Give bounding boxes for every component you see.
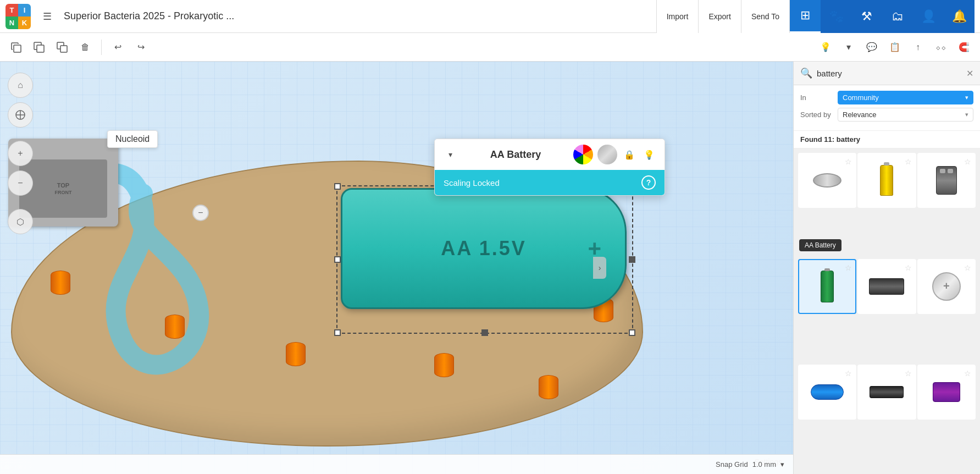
duplicate-button[interactable] <box>52 37 73 58</box>
star-icon-3[interactable]: ☆ <box>964 157 971 166</box>
right-nav: Import Export Send To ⊞ 🐾 ⚒ 🗂 👤 🔔 <box>656 0 975 33</box>
community-dropdown[interactable]: Community ▾ <box>838 91 973 104</box>
star-icon-1[interactable]: ☆ <box>845 157 852 166</box>
battery-main-object[interactable]: AA 1.5V + <box>341 188 627 309</box>
orange-cyl-5 <box>539 375 558 399</box>
grid-item-9[interactable]: ☆ <box>917 365 976 420</box>
community-dropdown-arrow: ▾ <box>965 94 968 101</box>
align-button[interactable]: 🧲 <box>954 37 975 58</box>
battery-9v-shape <box>929 163 964 198</box>
tinkercad-logo[interactable]: T I N K <box>5 4 31 29</box>
battery-black-long-icon <box>870 386 904 398</box>
lock-icon[interactable]: 🔒 <box>622 147 637 162</box>
battery-blue-rect-shape <box>810 374 845 410</box>
secondary-toolbar: 🗑 ↩ ↪ 💡 ▾ 💬 📋 ↑ ⬦⬦ 🧲 <box>0 33 980 62</box>
gallery-button[interactable]: 🐾 <box>821 0 851 33</box>
material-picker-button[interactable] <box>597 145 617 164</box>
grid-item-7[interactable]: ☆ <box>798 365 856 420</box>
zoom-out-button[interactable]: − <box>8 170 33 196</box>
grid-item-3[interactable]: ☆ <box>917 153 976 208</box>
search-input[interactable] <box>817 69 966 78</box>
home-view-button[interactable]: ⌂ <box>8 73 33 98</box>
copy-button[interactable] <box>5 37 26 58</box>
color-picker-button[interactable] <box>573 145 593 164</box>
scaling-help-button[interactable]: ? <box>641 175 656 190</box>
export-button[interactable]: Export <box>699 0 741 33</box>
redo-button[interactable]: ↪ <box>130 37 151 58</box>
items-grid: ☆ ☆ ☆ <box>794 148 980 474</box>
zoom-in-button[interactable]: + <box>8 141 33 166</box>
send-to-button[interactable]: Send To <box>741 0 790 33</box>
sorted-by-label: Sorted by <box>800 111 833 119</box>
tinker-button[interactable]: ⚒ <box>851 0 882 33</box>
star-icon-8[interactable]: ☆ <box>905 369 912 378</box>
battery-9v-icon <box>936 166 957 195</box>
battery-flat-black-icon <box>869 278 904 295</box>
comment-button[interactable]: 💬 <box>861 37 882 58</box>
popup-icons: 🔒 💡 <box>573 145 657 164</box>
grid-item-6[interactable]: ☆ + <box>917 259 976 314</box>
grid-item-5[interactable]: ☆ <box>857 259 916 314</box>
snap-grid-value: 1.0 mm <box>752 460 776 469</box>
main-area: TOPFRONT ⌂ + − ⬡ Nucleoid <box>0 62 980 474</box>
paste-button[interactable] <box>29 37 49 58</box>
battery-aa-icon <box>880 165 893 196</box>
share-button[interactable]: ↑ <box>907 37 928 58</box>
visibility-icon[interactable]: 💡 <box>641 147 657 162</box>
fit-view-button[interactable] <box>8 102 33 128</box>
light-dropdown[interactable]: ▾ <box>838 37 859 58</box>
topbar: T I N K ☰ Superior Bacteria 2025 - Proka… <box>0 0 980 33</box>
battery-purple-shape <box>929 374 964 410</box>
sel-handle-mr <box>629 256 635 263</box>
action-buttons: Import Export Send To <box>656 0 790 33</box>
view-cube-button[interactable]: ⬡ <box>8 209 33 234</box>
star-icon-2[interactable]: ☆ <box>905 157 912 166</box>
battery-popup-header: ▾ AA Battery 🔒 💡 <box>435 139 665 170</box>
filters-section: In Community ▾ Sorted by Relevance ▾ <box>794 85 980 131</box>
logo-n: N <box>5 16 18 29</box>
snap-grid-chevron[interactable]: ▾ <box>780 460 784 469</box>
battery-plus-gray-icon: + <box>932 272 961 301</box>
search-bar: 🔍 ✕ <box>794 62 980 85</box>
mirror-button[interactable]: ⬦⬦ <box>931 37 951 58</box>
canvas-area[interactable]: TOPFRONT ⌂ + − ⬡ Nucleoid <box>0 62 793 474</box>
results-header: Found 11: battery <box>794 131 980 148</box>
grid-item-4-selected[interactable]: ☆ AA Battery <box>798 259 856 314</box>
projects-button[interactable]: 🗂 <box>882 0 913 33</box>
toolbar-separator-1 <box>101 40 102 55</box>
relevance-dropdown[interactable]: Relevance ▾ <box>838 108 973 122</box>
star-icon-6[interactable]: ☆ <box>964 263 971 272</box>
search-icon: 🔍 <box>800 67 812 79</box>
grid-item-8[interactable]: ☆ <box>857 365 916 420</box>
project-title: Superior Bacteria 2025 - Prokaryotic ... <box>64 10 651 22</box>
notifications-button[interactable]: 🔔 <box>944 0 975 33</box>
sortby-filter-row: Sorted by Relevance ▾ <box>800 108 973 122</box>
star-icon-9[interactable]: ☆ <box>964 369 971 378</box>
profile-button[interactable]: 👤 <box>913 0 944 33</box>
orange-cyl-1 <box>51 271 70 295</box>
orange-cyl-4 <box>434 353 454 377</box>
battery-purple-icon <box>933 382 960 402</box>
battery-blue-rect-icon <box>811 384 844 400</box>
battery-tooltip: AA Battery <box>799 239 841 251</box>
grid-item-2[interactable]: ☆ <box>857 153 916 208</box>
popup-chevron[interactable]: ▾ <box>442 147 458 162</box>
search-clear-button[interactable]: ✕ <box>966 68 973 79</box>
panel-collapse-arrow[interactable]: › <box>593 257 606 279</box>
undo-button[interactable]: ↩ <box>107 37 128 58</box>
grid-item-1[interactable]: ☆ <box>798 153 856 208</box>
hamburger-button[interactable]: ☰ <box>36 5 58 27</box>
star-icon-5[interactable]: ☆ <box>905 263 912 272</box>
battery-round-icon <box>813 173 841 188</box>
star-icon-4[interactable]: ☆ <box>845 263 852 272</box>
import-button[interactable]: Import <box>657 0 699 33</box>
grid-view-button[interactable]: ⊞ <box>790 0 821 33</box>
star-icon-7[interactable]: ☆ <box>845 369 852 378</box>
battery-aa-shape <box>869 163 904 198</box>
delete-button[interactable]: 🗑 <box>75 37 96 58</box>
light-toggle[interactable]: 💡 <box>815 37 836 58</box>
relevance-dropdown-arrow: ▾ <box>965 111 968 118</box>
battery-flat-black-shape <box>869 269 904 304</box>
note-button[interactable]: 📋 <box>884 37 905 58</box>
svg-rect-4 <box>60 46 67 52</box>
